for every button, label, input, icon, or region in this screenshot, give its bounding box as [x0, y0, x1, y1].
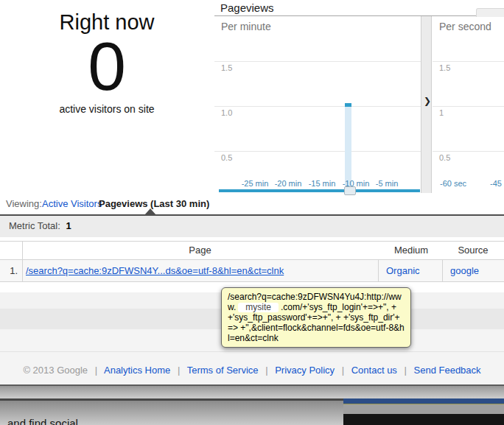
- column-header-page: Page: [22, 245, 378, 256]
- background-window-blue-bar: [343, 398, 504, 404]
- column-header-medium: Medium: [378, 245, 444, 256]
- footer-separator: |: [265, 365, 267, 376]
- per-second-chart: Per second 1.5 1 0.5 -60 sec -45: [433, 16, 504, 193]
- chart-expand-divider[interactable]: ❯: [421, 16, 432, 193]
- metric-total-bar: Metric Total: 1: [0, 214, 504, 237]
- redacted-site-name: mysite: [238, 303, 279, 312]
- active-visitors-caption: active visitors on site: [0, 103, 214, 115]
- background-window-text: and find social: [7, 417, 78, 425]
- gridline-0-5: [433, 151, 504, 152]
- viewing-label: Viewing:: [6, 198, 42, 209]
- y-tick-label: 1.0: [221, 108, 232, 117]
- page-link[interactable]: /search?q=cache:9zDFWSN4Y...ds&oe=utf-8&…: [26, 260, 284, 281]
- y-tick-label: 1.5: [439, 63, 450, 72]
- footer-separator: |: [405, 365, 407, 376]
- gridline-1-0: [214, 106, 421, 107]
- footer-link-send-feedback[interactable]: Send Feedback: [414, 365, 481, 376]
- page-footer: © 2013 Google | Analytics Home | Terms o…: [0, 365, 504, 376]
- gridline-1-5: [214, 61, 421, 62]
- per-second-label: Per second: [439, 21, 491, 32]
- footer-separator: |: [95, 365, 97, 376]
- footer-link-analytics-home[interactable]: Analytics Home: [104, 365, 170, 376]
- gridline-0-5: [214, 151, 421, 152]
- bar-cap: [345, 103, 351, 107]
- x-tick-label: -5 min: [368, 179, 405, 188]
- pageviews-section-title: Pageviews: [220, 1, 274, 14]
- x-tick-label: -60 sec: [434, 179, 477, 188]
- y-tick-label: 0.5: [439, 153, 450, 162]
- chart-scroll-handle[interactable]: [344, 186, 356, 195]
- metric-total-label: Metric Total:: [9, 220, 60, 231]
- medium-link[interactable]: Organic: [386, 260, 420, 281]
- row-index: 1.: [0, 260, 18, 281]
- source-link[interactable]: google: [450, 260, 479, 281]
- gridline-1: [433, 106, 504, 107]
- table-header-row: Page Medium Source: [0, 241, 504, 260]
- footer-link-privacy-policy[interactable]: Privacy Policy: [275, 365, 335, 376]
- background-window-content: [343, 414, 504, 425]
- active-visitors-count: 0: [0, 32, 214, 101]
- footer-separator: |: [342, 365, 344, 376]
- footer-divider-line: [0, 351, 504, 352]
- x-tick-label: -20 min: [270, 179, 307, 188]
- metric-total-value: 1: [66, 220, 71, 231]
- per-minute-label: Per minute: [221, 21, 271, 32]
- footer-link-terms-of-service[interactable]: Terms of Service: [187, 365, 259, 376]
- y-tick-label: 1.5: [221, 63, 232, 72]
- y-tick-label: 1: [439, 108, 444, 117]
- x-tick-label: -25 min: [237, 179, 273, 188]
- copyright-text: © 2013 Google: [23, 365, 88, 376]
- column-separator: [378, 260, 379, 282]
- y-tick-label: 0.5: [221, 153, 232, 162]
- tab-pageviews-last-30-min[interactable]: Pageviews (Last 30 min): [99, 198, 209, 209]
- per-minute-chart: Per minute 1.5 1.0 0.5 -25 min -20 min -…: [214, 16, 421, 193]
- column-separator: [442, 260, 443, 282]
- footer-link-contact-us[interactable]: Contact us: [351, 365, 397, 376]
- pageviews-bar--10min[interactable]: [345, 103, 351, 189]
- column-header-source: Source: [442, 245, 504, 256]
- analytics-realtime-screen: Right now 0 active visitors on site Page…: [0, 0, 504, 425]
- x-tick-label: -15 min: [304, 179, 340, 188]
- footer-separator: |: [178, 365, 180, 376]
- window-chrome-gradient: [0, 386, 504, 398]
- background-window-gray-bar: [343, 404, 504, 414]
- tab-active-visitors[interactable]: Active Visitors: [42, 198, 102, 209]
- chevron-right-icon[interactable]: ❯: [424, 96, 431, 106]
- url-tooltip: /search?q=cache:9zDFWSN4Yu4J:http://www.…: [221, 287, 411, 348]
- chart-axis-line: [219, 189, 420, 192]
- gridline-1-5: [433, 61, 504, 62]
- background-dark-window: [343, 398, 504, 425]
- column-separator: [22, 241, 23, 282]
- x-tick-label: -45: [484, 179, 504, 188]
- table-row: 1. /search?q=cache:9zDFWSN4Y...ds&oe=utf…: [0, 260, 504, 282]
